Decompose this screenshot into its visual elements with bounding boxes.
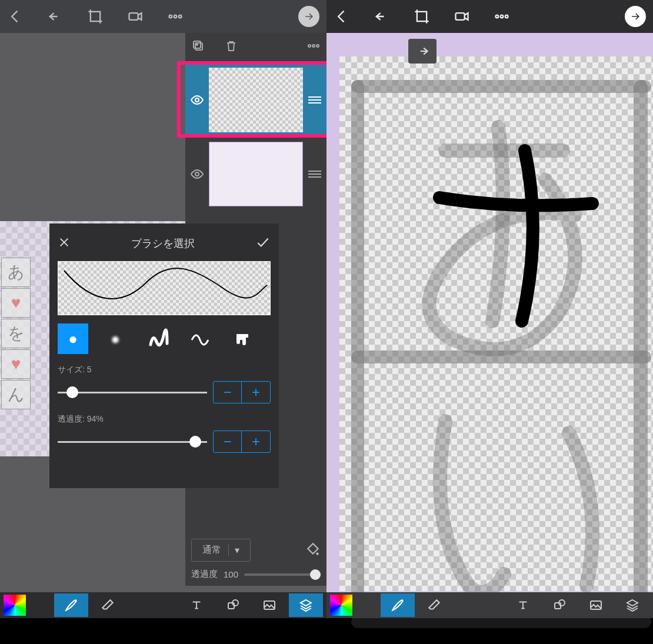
confirm-icon[interactable]: [255, 235, 271, 252]
back-icon[interactable]: [334, 8, 350, 25]
opacity-value: 100: [224, 569, 238, 579]
svg-point-2: [169, 15, 172, 18]
brush-type-solid[interactable]: ●: [58, 323, 88, 354]
svg-point-11: [195, 172, 199, 176]
char-cell: を: [1, 319, 31, 348]
svg-point-8: [312, 45, 315, 47]
blend-mode-select[interactable]: 通常 ▾: [191, 539, 251, 562]
layer-thumbnail: [209, 142, 303, 206]
add-layer-icon[interactable]: [191, 39, 205, 55]
char-cell: ♥: [1, 349, 31, 379]
brush-select-popup: ブラシを選択 ● ● サイズ: 5 − +: [49, 223, 279, 488]
size-slider[interactable]: [58, 392, 207, 393]
brush-tool-button[interactable]: [54, 593, 88, 617]
more-icon[interactable]: [494, 8, 510, 25]
crop-icon[interactable]: [414, 8, 430, 25]
delete-layer-icon[interactable]: [224, 39, 238, 55]
bottom-toolbar: [0, 592, 326, 618]
svg-rect-21: [555, 603, 561, 609]
record-icon[interactable]: [127, 8, 144, 25]
brush-type-soft[interactable]: ●: [100, 323, 131, 354]
text-tool-button[interactable]: [506, 593, 540, 617]
layers-more-icon[interactable]: [306, 39, 321, 55]
svg-point-4: [179, 15, 182, 18]
svg-rect-0: [91, 12, 100, 21]
svg-point-12: [316, 552, 318, 555]
svg-point-20: [505, 15, 508, 18]
layer-item-selected[interactable]: [185, 65, 326, 135]
undo-icon[interactable]: [47, 8, 64, 25]
drag-handle-icon[interactable]: [303, 96, 326, 104]
visibility-icon[interactable]: [185, 93, 209, 107]
blend-mode-label: 通常: [202, 544, 221, 556]
layers-tool-button[interactable]: [615, 593, 649, 617]
eraser-tool-button[interactable]: [91, 593, 125, 617]
opacity-slider[interactable]: [244, 573, 321, 576]
brush-popup-title: ブラシを選択: [131, 236, 195, 251]
layer-thumbnail: [209, 68, 303, 132]
canvas-transparency[interactable]: [339, 56, 653, 591]
visibility-icon[interactable]: [185, 167, 209, 181]
redo-button[interactable]: [408, 39, 437, 64]
svg-point-18: [496, 15, 499, 18]
opacity-label: 透過度: 94%: [58, 414, 271, 425]
back-icon[interactable]: [7, 8, 24, 25]
svg-rect-17: [456, 13, 465, 20]
text-tool-button[interactable]: [179, 593, 214, 617]
char-cell: あ: [1, 258, 31, 287]
svg-point-19: [501, 15, 504, 18]
char-cell: ♥: [1, 288, 31, 318]
size-label: サイズ: 5: [58, 365, 271, 375]
svg-point-9: [316, 45, 319, 47]
opacity-stepper: − +: [213, 431, 271, 453]
svg-rect-13: [228, 603, 234, 609]
crop-icon[interactable]: [87, 8, 104, 25]
size-plus-button[interactable]: +: [242, 382, 270, 403]
brush-type-wave[interactable]: [185, 323, 215, 354]
color-picker-button[interactable]: [4, 595, 26, 616]
eraser-tool-button[interactable]: [417, 593, 451, 617]
brush-type-drip[interactable]: [227, 323, 258, 354]
undo-icon[interactable]: [374, 8, 390, 25]
size-minus-button[interactable]: −: [214, 382, 242, 403]
brush-type-scribble[interactable]: [142, 323, 173, 354]
bucket-icon[interactable]: [305, 542, 321, 559]
layers-toolbar: [185, 33, 326, 61]
brush-tool-button[interactable]: [381, 593, 415, 617]
svg-rect-1: [129, 13, 138, 20]
shape-tool-button[interactable]: [216, 593, 250, 617]
brush-stroke-preview: [58, 261, 271, 315]
opacity-plus-button[interactable]: +: [242, 431, 270, 452]
record-icon[interactable]: [454, 8, 470, 25]
more-icon[interactable]: [167, 8, 184, 25]
trace-character-i: [387, 386, 634, 621]
top-toolbar: [326, 0, 653, 33]
side-character-strip: あ ♥ を ♥ ん: [0, 256, 50, 421]
svg-point-10: [195, 98, 199, 102]
opacity-slider[interactable]: [58, 441, 207, 443]
char-cell: ん: [1, 380, 31, 409]
dropdown-caret-icon: ▾: [228, 545, 239, 556]
brush-type-row: ● ●: [58, 323, 271, 354]
size-stepper: − +: [213, 381, 271, 403]
image-tool-button[interactable]: [252, 593, 286, 617]
next-button[interactable]: [298, 6, 319, 27]
svg-rect-5: [195, 43, 202, 50]
svg-point-3: [174, 15, 177, 18]
user-stroke: [375, 98, 634, 356]
layers-tool-button[interactable]: [289, 593, 323, 617]
layer-item[interactable]: [185, 139, 326, 209]
image-tool-button[interactable]: [579, 593, 613, 617]
bottom-toolbar: [326, 592, 653, 618]
opacity-label: 透過度: [191, 569, 218, 580]
opacity-minus-button[interactable]: −: [214, 431, 242, 452]
svg-rect-16: [417, 12, 427, 21]
drag-handle-icon[interactable]: [303, 171, 326, 178]
color-picker-button[interactable]: [330, 595, 352, 616]
top-toolbar: [0, 0, 326, 33]
svg-point-7: [308, 45, 311, 47]
shape-tool-button[interactable]: [542, 593, 577, 617]
close-icon[interactable]: [58, 236, 71, 251]
next-button[interactable]: [625, 6, 646, 27]
layer-properties: 通常 ▾ 透過度 100: [185, 533, 326, 586]
